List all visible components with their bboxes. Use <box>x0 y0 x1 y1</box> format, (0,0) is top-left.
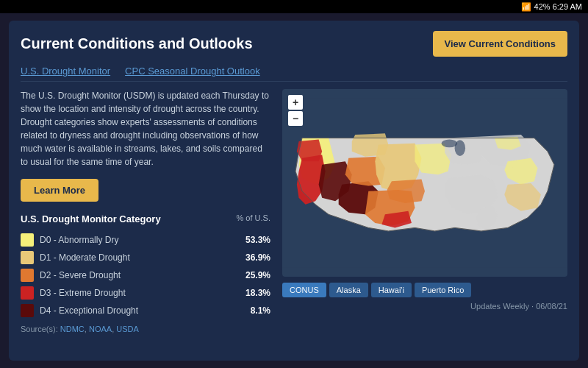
tab-us-drought-monitor[interactable]: U.S. Drought Monitor <box>21 66 110 77</box>
d1-label: D1 - Moderate Drought <box>40 252 237 263</box>
category-section: U.S. Drought Monitor Category % of U.S. … <box>21 213 270 317</box>
card-title: Current Conditions and Outlooks <box>21 35 253 52</box>
d3-name: Extreme Drought <box>59 288 126 298</box>
map-tab-hawaii[interactable]: Hawai'i <box>371 283 412 297</box>
update-text: Updates Weekly · 06/08/21 <box>470 302 567 311</box>
status-bar: 📶 42% 6:29 AM <box>0 0 588 13</box>
tab-cpc-seasonal[interactable]: CPC Seasonal Drought Outlook <box>125 66 260 77</box>
category-row-d1: D1 - Moderate Drought 36.9% <box>21 251 270 264</box>
learn-more-button[interactable]: Learn More <box>21 179 98 202</box>
category-row-d3: D3 - Extreme Drought 18.3% <box>21 286 270 300</box>
d2-pct: 25.9% <box>237 270 270 280</box>
d2-code: D2 <box>40 270 51 280</box>
pct-column-label: % of U.S. <box>237 213 270 230</box>
map-tab-puerto-rico[interactable]: Puerto Rico <box>415 283 471 297</box>
zoom-out-button[interactable]: − <box>288 111 303 126</box>
d4-code: D4 <box>40 305 51 316</box>
left-panel: The U.S. Drought Monitor (USDM) is updat… <box>21 89 270 333</box>
view-current-conditions-button[interactable]: View Current Conditions <box>433 31 567 57</box>
content-area: The U.S. Drought Monitor (USDM) is updat… <box>21 89 567 333</box>
map-container: + − <box>282 89 567 277</box>
category-row-d0: D0 - Abnormally Dry 53.3% <box>21 233 270 247</box>
sources-row: Source(s): NDMC, NOAA, USDA <box>21 325 270 333</box>
time-display: 6:29 AM <box>553 2 582 11</box>
tabs-row: U.S. Drought Monitor CPC Seasonal Drough… <box>21 66 567 82</box>
battery-level: 42% <box>534 2 551 11</box>
usda-link[interactable]: USDA <box>116 325 139 333</box>
d2-label: D2 - Severe Drought <box>40 270 237 280</box>
d0-label: D0 - Abnormally Dry <box>40 235 237 245</box>
d0-name: Abnormally Dry <box>58 235 118 245</box>
main-card: Current Conditions and Outlooks View Cur… <box>9 21 579 361</box>
d4-label: D4 - Exceptional Drought <box>40 305 237 316</box>
us-drought-map <box>282 89 567 277</box>
d0-code: D0 <box>40 235 51 245</box>
d1-pct: 36.9% <box>237 252 270 263</box>
category-row-d2: D2 - Severe Drought 25.9% <box>21 269 270 282</box>
d4-name: Exceptional Drought <box>59 305 138 316</box>
zoom-in-button[interactable]: + <box>288 95 303 110</box>
d2-swatch <box>21 269 34 282</box>
d4-pct: 8.1% <box>237 305 270 316</box>
map-zoom-controls: + − <box>288 95 303 126</box>
status-right: 📶 42% 6:29 AM <box>521 2 582 12</box>
d3-swatch <box>21 286 34 300</box>
d4-swatch <box>21 304 34 317</box>
right-panel: + − <box>282 89 567 333</box>
battery-icon: 📶 <box>521 2 534 11</box>
d1-swatch <box>21 251 34 264</box>
ndmc-link[interactable]: NDMC <box>60 325 85 333</box>
map-tab-conus[interactable]: CONUS <box>282 283 326 297</box>
d1-code: D1 <box>40 252 51 263</box>
map-tab-alaska[interactable]: Alaska <box>329 283 368 297</box>
map-footer: Updates Weekly · 06/08/21 <box>282 302 567 311</box>
d2-name: Severe Drought <box>59 270 121 280</box>
d3-pct: 18.3% <box>237 288 270 298</box>
svg-point-2 <box>442 139 458 147</box>
description-text: The U.S. Drought Monitor (USDM) is updat… <box>21 89 270 169</box>
d0-pct: 53.3% <box>237 235 270 245</box>
category-row-d4: D4 - Exceptional Drought 8.1% <box>21 304 270 317</box>
d1-name: Moderate Drought <box>59 252 130 263</box>
d3-label: D3 - Extreme Drought <box>40 288 237 298</box>
card-header: Current Conditions and Outlooks View Cur… <box>21 31 567 57</box>
category-section-title: U.S. Drought Monitor Category <box>21 213 161 224</box>
d3-code: D3 <box>40 288 51 298</box>
d0-swatch <box>21 233 34 247</box>
category-header: U.S. Drought Monitor Category % of U.S. <box>21 213 270 230</box>
noaa-link[interactable]: NOAA <box>89 325 112 333</box>
sources-label: Source(s): <box>21 325 58 333</box>
map-tabs-row: CONUS Alaska Hawai'i Puerto Rico <box>282 283 567 297</box>
